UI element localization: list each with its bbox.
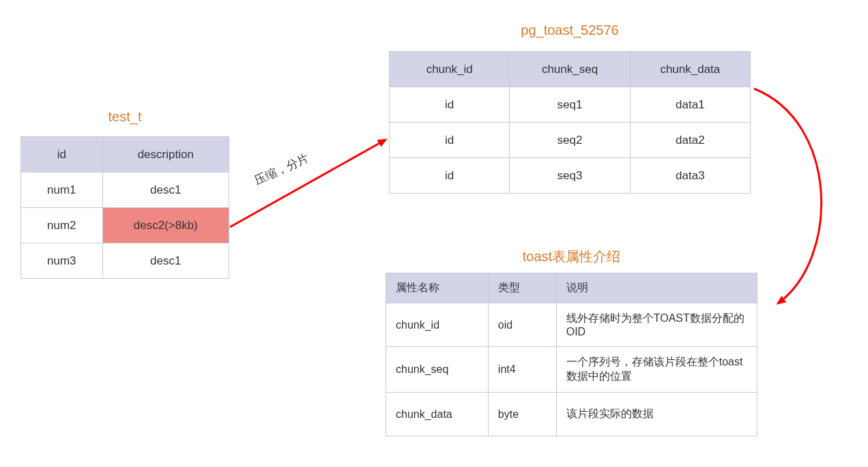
table-header-row: chunk_id chunk_seq chunk_data: [390, 52, 751, 87]
cell-chunk-id: id: [390, 158, 510, 194]
arrow-to-attrs: [754, 89, 822, 303]
col-chunk-data: chunk_data: [630, 52, 750, 87]
attr-table: 属性名称 类型 说明 chunk_id oid 线外存储时为整个TOAST数据分…: [386, 273, 757, 436]
toast-table: chunk_id chunk_seq chunk_data id seq1 da…: [389, 51, 751, 194]
cell-attr-desc: 线外存储时为整个TOAST数据分配的OID: [556, 303, 757, 347]
cell-chunk-data: data2: [630, 123, 750, 158]
col-attr-desc: 说明: [556, 273, 757, 303]
table-row: num1 desc1: [21, 172, 229, 208]
cell-chunk-data: data3: [630, 158, 750, 194]
table-row: num3 desc1: [21, 243, 229, 279]
cell-attr-name: chunk_id: [386, 303, 489, 347]
cell-chunk-seq: seq2: [510, 123, 630, 158]
attr-title: toast表属性介绍: [386, 247, 757, 266]
cell-id: num1: [21, 172, 103, 208]
cell-attr-type: byte: [488, 393, 556, 436]
table-row: id seq1 data1: [390, 87, 751, 123]
table-row: num2 desc2(>8kb): [21, 208, 229, 243]
cell-chunk-id: id: [390, 123, 510, 158]
cell-attr-type: oid: [488, 303, 556, 347]
cell-chunk-data: data1: [630, 87, 750, 123]
cell-desc: desc1: [102, 172, 229, 208]
col-chunk-id: chunk_id: [390, 52, 510, 87]
table-row: chunk_data byte 该片段实际的数据: [386, 393, 757, 436]
col-id: id: [21, 137, 103, 172]
cell-attr-desc: 一个序列号，存储该片段在整个toast数据中的位置: [556, 347, 757, 393]
cell-chunk-id: id: [390, 87, 510, 123]
arrow-label: 压缩，分片: [252, 150, 311, 189]
test-t-table: id description num1 desc1 num2 desc2(>8k…: [20, 136, 229, 279]
table-row: chunk_seq int4 一个序列号，存储该片段在整个toast数据中的位置: [386, 347, 757, 393]
arrow-compress-split: [230, 140, 386, 227]
cell-chunk-seq: seq1: [510, 87, 630, 123]
col-attr-type: 类型: [488, 273, 556, 303]
cell-attr-name: chunk_seq: [386, 347, 489, 393]
table-row: id seq2 data2: [390, 123, 751, 158]
cell-attr-type: int4: [488, 347, 556, 393]
cell-desc-highlight: desc2(>8kb): [102, 208, 229, 243]
col-chunk-seq: chunk_seq: [510, 52, 630, 87]
col-attr-name: 属性名称: [386, 273, 489, 303]
cell-attr-desc: 该片段实际的数据: [556, 393, 757, 436]
cell-id: num3: [21, 243, 103, 279]
cell-desc: desc1: [102, 243, 229, 279]
table-header-row: 属性名称 类型 说明: [386, 273, 757, 303]
toast-title: pg_toast_52576: [389, 22, 751, 38]
cell-id: num2: [21, 208, 103, 243]
table-row: id seq3 data3: [390, 158, 751, 194]
table-header-row: id description: [21, 137, 229, 172]
col-description: description: [102, 137, 229, 172]
test-t-title: test_t: [20, 109, 229, 125]
cell-attr-name: chunk_data: [386, 393, 489, 436]
cell-chunk-seq: seq3: [510, 158, 630, 194]
table-row: chunk_id oid 线外存储时为整个TOAST数据分配的OID: [386, 303, 757, 347]
